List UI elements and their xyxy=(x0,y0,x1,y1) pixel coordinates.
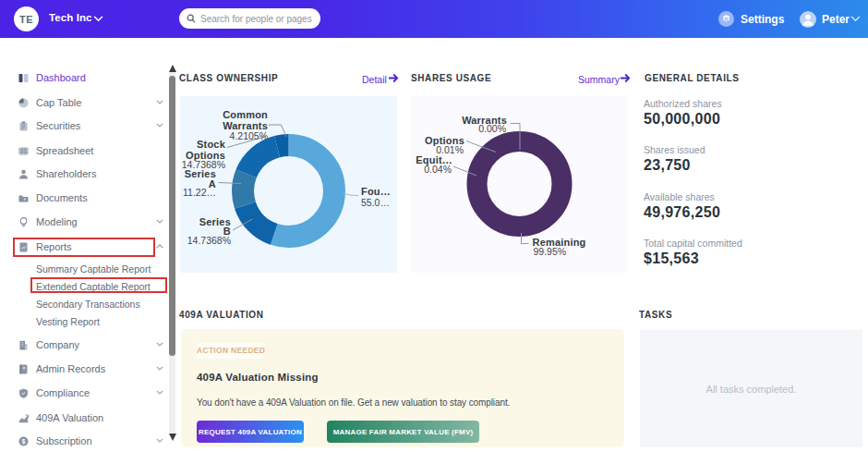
svg-text:$: $ xyxy=(22,438,26,446)
